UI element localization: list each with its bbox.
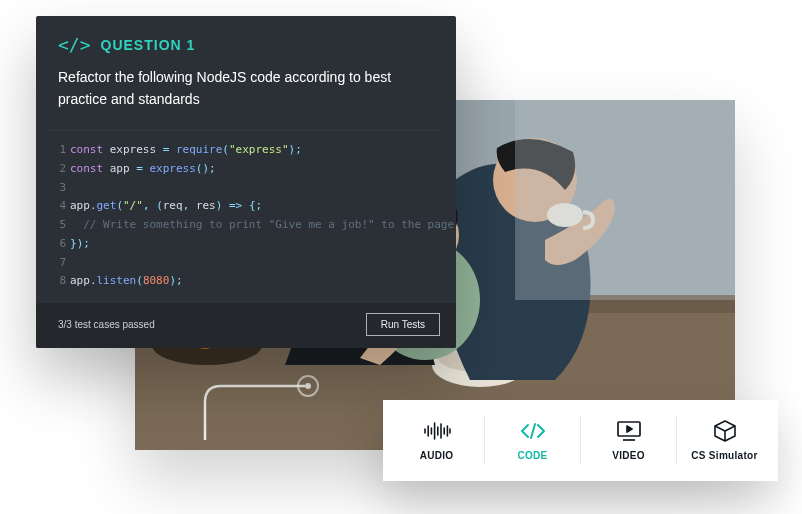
code-token: ( [136,272,143,291]
code-token [103,141,110,160]
toolbar-item-cs-simulator[interactable]: CS Simulator [676,416,772,465]
code-token: ; [209,160,216,179]
code-line: 1const express = require("express"); [54,141,438,160]
code-token: = [163,141,170,160]
question-title-row: </> QUESTION 1 [58,34,434,55]
code-token: () [196,160,209,179]
line-number: 2 [54,160,66,179]
audio-icon [423,420,451,442]
question-prompt: Refactor the following NodeJS code accor… [58,67,434,110]
code-brackets-icon: </> [58,34,91,55]
toolbar-item-label: CS Simulator [691,450,757,461]
line-number: 7 [54,254,66,273]
code-token [189,197,196,216]
code-token: express [110,141,156,160]
code-token: { [249,197,256,216]
code-token: express [150,160,196,179]
code-card-footer: 3/3 test cases passed Run Tests [36,303,456,348]
code-token: ( [116,197,123,216]
code-token: ; [256,197,263,216]
code-token: "express" [229,141,289,160]
line-number: 3 [54,179,66,198]
code-editor[interactable]: 1const express = require("express");2con… [50,130,442,303]
code-token: = [136,160,143,179]
code-token: , [183,197,190,216]
cube-icon [713,420,737,442]
toolbar-item-label: AUDIO [420,450,454,461]
code-line: 6}); [54,235,438,254]
line-number: 6 [54,235,66,254]
code-token: get [97,197,117,216]
toolbar-item-label: CODE [517,450,547,461]
code-token [242,197,249,216]
code-token: "/" [123,197,143,216]
toolbar-item-label: VIDEO [612,450,645,461]
run-tests-button[interactable]: Run Tests [366,313,440,336]
code-token: . [90,197,97,216]
code-token: listen [97,272,137,291]
code-token: 8080 [143,272,170,291]
code-card-header: </> QUESTION 1 Refactor the following No… [36,16,456,124]
code-token: req [163,197,183,216]
code-token: ) [289,141,296,160]
code-token [169,141,176,160]
code-token: ) [77,235,84,254]
code-line: 5 // Write something to print "Give me a… [54,216,438,235]
code-token: res [196,197,216,216]
code-token: app [70,197,90,216]
code-token [130,160,137,179]
code-token: const [70,141,103,160]
code-token: const [70,160,103,179]
code-token [150,197,157,216]
toolbar-item-video[interactable]: VIDEO [580,416,676,465]
code-token: app [70,272,90,291]
code-token: ( [222,141,229,160]
video-icon [616,420,642,442]
svg-point-15 [305,383,311,389]
line-number: 8 [54,272,66,291]
code-token: app [110,160,130,179]
code-token [156,141,163,160]
code-token: ; [176,272,183,291]
code-token: ( [156,197,163,216]
question-label: QUESTION 1 [101,37,196,53]
toolbar-item-audio[interactable]: AUDIO [389,416,484,465]
line-number: 5 [54,216,66,235]
code-line: 8app.listen(8080); [54,272,438,291]
code-token: ) [169,272,176,291]
line-number: 1 [54,141,66,160]
code-line: 3 [54,179,438,198]
code-token [143,160,150,179]
code-line: 2const app = express(); [54,160,438,179]
svg-rect-13 [515,100,735,300]
code-line: 7 [54,254,438,273]
line-number: 4 [54,197,66,216]
code-token: . [90,272,97,291]
toolbar-item-code[interactable]: CODE [484,416,580,465]
code-token: ; [83,235,90,254]
code-line: 4app.get("/", (req, res) => {; [54,197,438,216]
code-token [70,216,83,235]
code-token: ; [295,141,302,160]
code-token: , [143,197,150,216]
code-token: => [229,197,242,216]
code-icon [519,420,547,442]
code-token: ) [216,197,223,216]
code-question-card: </> QUESTION 1 Refactor the following No… [36,16,456,348]
code-token: // Write something to print "Give me a j… [83,216,454,235]
code-token [103,160,110,179]
test-status: 3/3 test cases passed [58,319,155,330]
media-toolbar: AUDIOCODEVIDEOCS Simulator [383,400,778,481]
code-token: require [176,141,222,160]
svg-line-25 [531,424,535,438]
code-token [222,197,229,216]
code-token: } [70,235,77,254]
